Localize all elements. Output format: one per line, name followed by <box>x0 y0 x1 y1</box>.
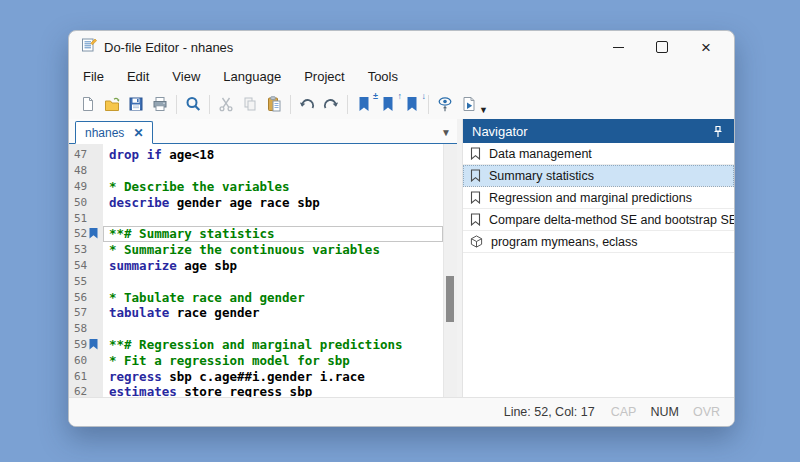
navigator-item[interactable]: Summary statistics <box>463 165 734 187</box>
line-number: 60 <box>69 354 103 367</box>
line-number: 57 <box>69 306 103 319</box>
maximize-button[interactable] <box>640 32 684 62</box>
line-number: 58 <box>69 322 103 335</box>
status-indicators: CAPNUMOVR <box>611 405 720 419</box>
navigator-title: Navigator <box>472 124 528 139</box>
open-icon[interactable] <box>100 92 124 116</box>
title-bar[interactable]: Do-file Editor - nhanes × <box>69 31 734 63</box>
tab-close-icon[interactable]: ✕ <box>133 127 143 139</box>
navigator-item[interactable]: program mymeans, eclass <box>463 231 734 253</box>
code-line-text: estimates store regress_sbp <box>103 384 443 397</box>
bookmark-icon <box>470 169 481 182</box>
editor-line-55[interactable]: 55 <box>69 273 443 289</box>
minimize-button[interactable] <box>596 32 640 62</box>
line-number: 49 <box>69 180 103 193</box>
menu-view[interactable]: View <box>172 69 200 84</box>
code-line-text: * Fit a regression model for sbp <box>103 352 443 368</box>
bookmark-icon <box>470 213 481 226</box>
bookmark-flag-icon <box>89 339 98 350</box>
toolbar-separator <box>176 95 177 114</box>
editor-line-49[interactable]: 49* Describe the variables <box>69 179 443 195</box>
editor-line-52[interactable]: 52**# Summary statistics <box>69 226 443 242</box>
code-line-text <box>103 321 443 337</box>
previous-bookmark-icon[interactable]: ↑ <box>376 92 400 116</box>
code-line-text <box>103 273 443 289</box>
tab-list-dropdown-icon[interactable]: ▼ <box>441 127 451 138</box>
navigator-item[interactable]: Data management <box>463 143 734 165</box>
redo-icon[interactable] <box>319 92 343 116</box>
line-number: 52 <box>69 227 103 240</box>
pin-icon[interactable] <box>711 124 725 138</box>
navigator-item[interactable]: Compare delta-method SE and bootstrap SE… <box>463 209 734 231</box>
navigator-header: Navigator <box>463 119 734 143</box>
paste-icon[interactable] <box>262 92 286 116</box>
editor-lines: 47drop if age<184849* Describe the varia… <box>69 144 443 397</box>
line-number: 51 <box>69 212 103 225</box>
indicator-ovr: OVR <box>693 405 720 419</box>
dofile-document-icon <box>81 37 97 57</box>
save-icon[interactable] <box>124 92 148 116</box>
line-number: 53 <box>69 243 103 256</box>
undo-icon[interactable] <box>295 92 319 116</box>
editor-line-59[interactable]: 59**# Regression and marginal prediction… <box>69 337 443 353</box>
editor-line-62[interactable]: 62estimates store regress_sbp <box>69 384 443 397</box>
next-bookmark-icon[interactable]: ↓ <box>400 92 424 116</box>
window-title: Do-file Editor - nhanes <box>104 40 233 55</box>
dofile-editor-window: Do-file Editor - nhanes × FileEditViewLa… <box>68 30 735 427</box>
navigator-item-label: program mymeans, eclass <box>491 235 638 249</box>
code-line-text: * Describe the variables <box>103 179 443 195</box>
code-line-text <box>103 210 443 226</box>
indicator-cap: CAP <box>611 405 637 419</box>
print-icon[interactable] <box>148 92 172 116</box>
menu-tools[interactable]: Tools <box>368 69 398 84</box>
bookmark-flag-icon <box>89 228 98 239</box>
editor-line-60[interactable]: 60* Fit a regression model for sbp <box>69 352 443 368</box>
line-number: 62 <box>69 385 103 397</box>
main-area: nhanes ✕ ▼ 47drop if age<184849* Describ… <box>69 119 734 397</box>
scrollbar-thumb[interactable] <box>446 276 454 322</box>
editor-line-51[interactable]: 51 <box>69 210 443 226</box>
navigator-item-label: Regression and marginal predictions <box>489 191 692 205</box>
code-line-text: drop if age<18 <box>103 147 443 163</box>
menu-file[interactable]: File <box>83 69 104 84</box>
navigator-item-label: Compare delta-method SE and bootstrap SE… <box>489 213 734 227</box>
editor-line-48[interactable]: 48 <box>69 163 443 179</box>
navigator-item-label: Data management <box>489 147 592 161</box>
menu-language[interactable]: Language <box>223 69 281 84</box>
editor-line-58[interactable]: 58 <box>69 321 443 337</box>
find-icon[interactable] <box>181 92 205 116</box>
navigator-list: Data managementSummary statisticsRegress… <box>463 143 734 397</box>
editor-line-50[interactable]: 50describe gender age race sbp <box>69 194 443 210</box>
editor-pane: nhanes ✕ ▼ 47drop if age<184849* Describ… <box>69 119 457 397</box>
code-editor[interactable]: 47drop if age<184849* Describe the varia… <box>69 144 457 397</box>
copy-icon <box>238 92 262 116</box>
menu-edit[interactable]: Edit <box>127 69 149 84</box>
line-number: 54 <box>69 259 103 272</box>
toolbar: ± ↑ ↓ ▼ <box>69 89 734 119</box>
toolbar-separator <box>347 95 348 114</box>
editor-line-56[interactable]: 56* Tabulate race and gender <box>69 289 443 305</box>
editor-line-61[interactable]: 61regress sbp c.age##i.gender i.race <box>69 368 443 384</box>
editor-line-53[interactable]: 53* Summarize the continuous variables <box>69 242 443 258</box>
preview-icon[interactable] <box>433 92 457 116</box>
editor-vertical-scrollbar[interactable] <box>443 144 457 397</box>
line-number: 56 <box>69 291 103 304</box>
menu-project[interactable]: Project <box>304 69 344 84</box>
menu-bar: FileEditViewLanguageProjectTools <box>69 63 734 89</box>
editor-line-57[interactable]: 57tabulate race gender <box>69 305 443 321</box>
editor-line-54[interactable]: 54summarize age sbp <box>69 258 443 274</box>
execute-do-icon[interactable] <box>457 92 481 116</box>
line-number: 59 <box>69 338 103 351</box>
tab-nhanes[interactable]: nhanes ✕ <box>75 121 153 144</box>
new-dofile-icon[interactable] <box>76 92 100 116</box>
code-line-text: **# Regression and marginal predictions <box>103 337 443 353</box>
program-cube-icon <box>470 235 483 248</box>
status-bar: Line: 52, Col: 17 CAPNUMOVR <box>69 397 734 426</box>
toggle-bookmark-icon[interactable]: ± <box>352 92 376 116</box>
line-number: 50 <box>69 196 103 209</box>
editor-line-47[interactable]: 47drop if age<18 <box>69 147 443 163</box>
navigator-panel: Navigator Data managementSummary statist… <box>462 119 734 397</box>
navigator-item[interactable]: Regression and marginal predictions <box>463 187 734 209</box>
close-button[interactable]: × <box>684 32 728 62</box>
code-line-text: regress sbp c.age##i.gender i.race <box>103 368 443 384</box>
